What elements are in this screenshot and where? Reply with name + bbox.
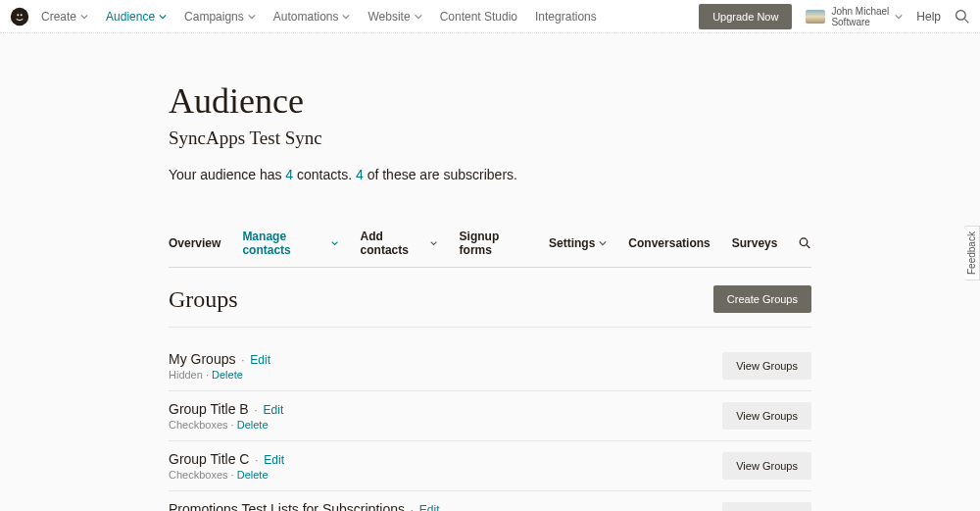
- group-title: My Groups: [169, 351, 235, 367]
- chevron-down-icon: [415, 13, 422, 21]
- svg-point-0: [11, 7, 28, 25]
- audience-subnav: OverviewManage contactsAdd contactsSignu…: [169, 230, 811, 268]
- nav-item-audience[interactable]: Audience: [106, 10, 167, 24]
- chevron-down-icon: [159, 13, 167, 21]
- feedback-tab[interactable]: Feedback: [964, 226, 980, 281]
- subnav-conversations[interactable]: Conversations: [628, 236, 710, 250]
- view-groups-button[interactable]: View Groups: [722, 402, 811, 430]
- top-nav-bar: CreateAudienceCampaignsAutomationsWebsit…: [0, 0, 980, 33]
- group-title: Promotions Test Lists for Subscriptions: [169, 501, 405, 511]
- group-meta: Hidden · Delete: [169, 369, 270, 381]
- nav-item-integrations[interactable]: Integrations: [535, 10, 597, 24]
- group-title: Group Title B: [169, 401, 249, 417]
- group-row: Group Title C · EditCheckboxes · DeleteV…: [169, 441, 811, 491]
- group-type: Hidden: [169, 369, 203, 381]
- nav-item-automations[interactable]: Automations: [273, 10, 351, 24]
- separator: ·: [251, 452, 262, 467]
- nav-right: Upgrade Now John Michael Software Help: [699, 4, 970, 29]
- group-title: Group Title C: [169, 451, 249, 467]
- chevron-down-icon: [342, 13, 350, 21]
- search-icon[interactable]: [955, 9, 970, 25]
- subnav-surveys[interactable]: Surveys: [732, 236, 778, 250]
- audience-stats: Your audience has 4 contacts. 4 of these…: [169, 167, 811, 182]
- separator: ·: [237, 352, 248, 367]
- delete-link[interactable]: Delete: [212, 369, 243, 381]
- account-avatar: [806, 10, 825, 24]
- groups-header: Groups Create Groups: [169, 285, 811, 328]
- audience-name: SyncApps Test Sync: [169, 128, 811, 149]
- group-meta: Checkboxes · Delete: [169, 419, 283, 431]
- svg-point-1: [17, 14, 19, 16]
- separator: ·: [251, 402, 262, 417]
- chevron-down-icon: [599, 239, 607, 247]
- svg-line-4: [964, 19, 968, 23]
- edit-link[interactable]: Edit: [250, 353, 270, 367]
- nav-item-create[interactable]: Create: [41, 10, 88, 24]
- view-groups-button[interactable]: View Groups: [722, 352, 811, 380]
- nav-item-content-studio[interactable]: Content Studio: [440, 10, 517, 24]
- groups-list: My Groups · EditHidden · DeleteView Grou…: [169, 341, 811, 511]
- group-row: My Groups · EditHidden · DeleteView Grou…: [169, 341, 811, 391]
- group-type: Checkboxes: [169, 419, 228, 431]
- edit-link[interactable]: Edit: [264, 403, 284, 417]
- main-content: Audience SyncApps Test Sync Your audienc…: [169, 33, 811, 511]
- svg-line-6: [808, 245, 810, 248]
- svg-point-2: [21, 14, 23, 16]
- group-type: Checkboxes: [169, 469, 228, 481]
- brand-logo[interactable]: [10, 7, 29, 26]
- subnav-add-contacts[interactable]: Add contacts: [361, 230, 438, 257]
- contact-count: 4: [285, 167, 293, 182]
- subnav-settings[interactable]: Settings: [549, 236, 607, 250]
- group-row: Promotions Test Lists for Subscriptions …: [169, 491, 811, 511]
- group-meta: Checkboxes · Delete: [169, 469, 284, 481]
- subnav-manage-contacts[interactable]: Manage contacts: [242, 230, 338, 257]
- subnav-overview[interactable]: Overview: [169, 236, 220, 250]
- delete-link[interactable]: Delete: [237, 469, 269, 481]
- mailchimp-logo-icon: [10, 7, 29, 26]
- help-link[interactable]: Help: [916, 10, 941, 24]
- account-name: John Michael Software: [831, 6, 889, 27]
- nav-item-website[interactable]: Website: [368, 10, 421, 24]
- edit-link[interactable]: Edit: [264, 453, 284, 467]
- edit-link[interactable]: Edit: [419, 503, 440, 511]
- delete-link[interactable]: Delete: [237, 419, 269, 431]
- create-groups-button[interactable]: Create Groups: [713, 285, 811, 313]
- primary-nav: CreateAudienceCampaignsAutomationsWebsit…: [41, 10, 597, 24]
- svg-point-3: [956, 10, 966, 20]
- separator: ·: [407, 502, 417, 511]
- chevron-down-icon: [430, 239, 437, 247]
- chevron-down-icon: [80, 13, 88, 21]
- nav-item-campaigns[interactable]: Campaigns: [184, 10, 256, 24]
- upgrade-button[interactable]: Upgrade Now: [699, 4, 792, 29]
- page-title: Audience: [169, 80, 811, 122]
- search-icon[interactable]: [799, 236, 811, 250]
- subnav-signup-forms[interactable]: Signup forms: [460, 230, 527, 257]
- chevron-down-icon: [248, 13, 256, 21]
- group-row: Group Title B · EditCheckboxes · DeleteV…: [169, 391, 811, 441]
- subscriber-count: 4: [356, 167, 364, 182]
- svg-point-5: [801, 238, 808, 246]
- chevron-down-icon: [331, 239, 338, 247]
- view-groups-button[interactable]: View Groups: [722, 452, 811, 480]
- view-groups-button[interactable]: View Groups: [722, 502, 811, 511]
- account-menu[interactable]: John Michael Software: [806, 6, 903, 27]
- chevron-down-icon: [895, 13, 903, 21]
- section-title: Groups: [169, 286, 238, 313]
